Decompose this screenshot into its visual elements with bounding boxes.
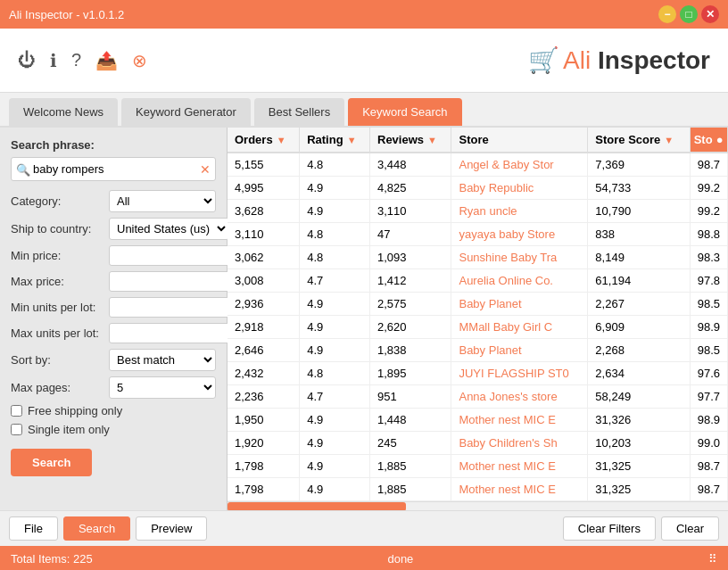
- info-icon[interactable]: ℹ: [50, 50, 57, 71]
- cell-store-score: 58,249: [588, 385, 690, 409]
- preview-button[interactable]: Preview: [136, 516, 207, 541]
- table-container[interactable]: Orders ▼ Rating ▼ Review: [228, 128, 728, 501]
- col-store[interactable]: Store: [451, 128, 588, 153]
- maximize-button[interactable]: □: [680, 5, 698, 23]
- upload-icon[interactable]: 📤: [95, 50, 118, 71]
- cell-rating: 4.8: [300, 362, 370, 385]
- cell-rating: 4.8: [300, 153, 370, 177]
- single-item-checkbox[interactable]: [11, 424, 22, 435]
- cell-store[interactable]: Angel & Baby Stor: [451, 153, 588, 177]
- status-done: done: [387, 552, 413, 566]
- cell-store-score: 10,790: [588, 200, 690, 223]
- search-box: 🔍 ✕: [11, 157, 216, 181]
- cell-store-score: 31,326: [588, 409, 690, 432]
- store-link[interactable]: Aurelia Online Co.: [459, 274, 553, 287]
- store-link[interactable]: Baby Republic: [459, 181, 534, 194]
- store-link[interactable]: Baby Planet: [459, 297, 521, 310]
- tab-welcome-news[interactable]: Welcome News: [9, 98, 118, 126]
- cell-sto: 99.0: [690, 432, 727, 455]
- cell-rating: 4.9: [300, 339, 370, 362]
- total-items: Total Items: 225: [11, 552, 93, 566]
- cell-reviews: 1,838: [370, 339, 451, 362]
- cell-reviews: 2,620: [370, 316, 451, 339]
- store-link[interactable]: MMall Baby Girl C: [459, 320, 552, 334]
- table-row: 3,008 4.7 1,412 Aurelia Online Co. 61,19…: [228, 269, 728, 293]
- max-pages-select[interactable]: 5: [109, 376, 216, 399]
- cell-store[interactable]: Mother nest MIC E: [451, 455, 588, 478]
- tab-best-sellers[interactable]: Best Sellers: [254, 98, 344, 126]
- cell-store-score: 8,149: [588, 246, 690, 269]
- store-link[interactable]: Baby Planet: [459, 343, 521, 357]
- cell-store[interactable]: Mother nest MIC E: [451, 409, 588, 432]
- clear-button[interactable]: Clear: [661, 516, 719, 541]
- max-units-label: Max units per lot:: [11, 326, 109, 340]
- store-link[interactable]: JUYI FLAGSHIP ST0: [459, 367, 568, 380]
- cell-store[interactable]: Baby Planet: [451, 293, 588, 316]
- sort-by-label: Sort by:: [11, 353, 109, 367]
- close-circle-icon[interactable]: ⊗: [132, 50, 147, 71]
- cell-store[interactable]: Baby Republic: [451, 177, 588, 200]
- cell-sto: 98.9: [690, 316, 727, 339]
- cell-orders: 1,950: [228, 409, 300, 432]
- cell-store-score: 2,267: [588, 293, 690, 316]
- ship-to-country-label: Ship to country:: [11, 222, 109, 235]
- col-orders[interactable]: Orders ▼: [228, 128, 300, 153]
- title-bar: Ali Inspector - v1.0.1.2 − □ ✕: [0, 0, 728, 29]
- col-store-score[interactable]: Store Score ▼: [588, 128, 690, 153]
- store-link[interactable]: Ryan uncle: [459, 204, 517, 218]
- action-search-button[interactable]: Search: [63, 516, 130, 541]
- store-link[interactable]: Mother nest MIC E: [459, 459, 555, 473]
- store-link[interactable]: Mother nest MIC E: [459, 413, 555, 426]
- file-button[interactable]: File: [9, 516, 58, 541]
- max-pages-row: Max pages: 5: [11, 376, 216, 399]
- cell-store[interactable]: JUYI FLAGSHIP ST0: [451, 362, 588, 385]
- cell-rating: 4.9: [300, 432, 370, 455]
- category-select[interactable]: All: [109, 190, 216, 212]
- minimize-button[interactable]: −: [658, 5, 676, 23]
- tab-keyword-generator[interactable]: Keyword Generator: [121, 98, 251, 126]
- store-link[interactable]: Mother nest MIC E: [459, 483, 555, 496]
- cell-orders: 3,628: [228, 200, 300, 223]
- clear-filters-button[interactable]: Clear Filters: [563, 516, 656, 541]
- cell-store[interactable]: Mother nest MIC E: [451, 478, 588, 501]
- tab-keyword-search[interactable]: Keyword Search: [348, 98, 461, 126]
- store-link[interactable]: Anna Jones's store: [459, 390, 557, 403]
- cell-store[interactable]: Sunshine Baby Tra: [451, 246, 588, 269]
- free-shipping-checkbox[interactable]: [11, 405, 22, 417]
- search-input[interactable]: [11, 157, 216, 181]
- store-link[interactable]: yayaya baby Store: [459, 227, 555, 241]
- ship-to-country-select[interactable]: United States (us): [109, 218, 229, 240]
- store-link[interactable]: Sunshine Baby Tra: [459, 251, 557, 264]
- top-icons: ⏻ ℹ ? 📤 ⊗: [18, 50, 147, 71]
- cell-store[interactable]: MMall Baby Girl C: [451, 316, 588, 339]
- help-icon[interactable]: ?: [71, 50, 81, 70]
- store-link[interactable]: Baby Children's Sh: [459, 436, 557, 450]
- min-price-label: Min price:: [11, 249, 109, 262]
- status-bar: Total Items: 225 done ⠿: [0, 546, 728, 570]
- cart-icon: 🛒: [528, 46, 559, 74]
- cell-store[interactable]: Baby Planet: [451, 339, 588, 362]
- cell-orders: 2,432: [228, 362, 300, 385]
- table-row: 2,236 4.7 951 Anna Jones's store 58,249 …: [228, 385, 728, 409]
- cell-store[interactable]: Anna Jones's store: [451, 385, 588, 409]
- table-row: 2,936 4.9 2,575 Baby Planet 2,267 98.5: [228, 293, 728, 316]
- col-rating[interactable]: Rating ▼: [300, 128, 370, 153]
- left-panel: Search phrase: 🔍 ✕ Category: All Ship to…: [0, 128, 228, 510]
- search-button[interactable]: Search: [11, 449, 92, 476]
- sort-by-select[interactable]: Best match: [109, 349, 216, 371]
- scrollbar-thumb[interactable]: [228, 502, 406, 510]
- table-row: 3,062 4.8 1,093 Sunshine Baby Tra 8,149 …: [228, 246, 728, 269]
- col-sto[interactable]: Sto●: [690, 128, 727, 153]
- resize-handle: ⠿: [708, 552, 717, 566]
- power-icon[interactable]: ⏻: [18, 50, 36, 70]
- horizontal-scrollbar[interactable]: [228, 501, 728, 510]
- cell-store[interactable]: Ryan uncle: [451, 200, 588, 223]
- clear-search-icon[interactable]: ✕: [200, 162, 211, 177]
- cell-store[interactable]: Baby Children's Sh: [451, 432, 588, 455]
- col-reviews[interactable]: Reviews ▼: [370, 128, 451, 153]
- store-link[interactable]: Angel & Baby Stor: [459, 158, 553, 171]
- cell-store[interactable]: Aurelia Online Co.: [451, 269, 588, 293]
- cell-store-score: 7,369: [588, 153, 690, 177]
- cell-store[interactable]: yayaya baby Store: [451, 223, 588, 246]
- close-button[interactable]: ✕: [701, 5, 719, 23]
